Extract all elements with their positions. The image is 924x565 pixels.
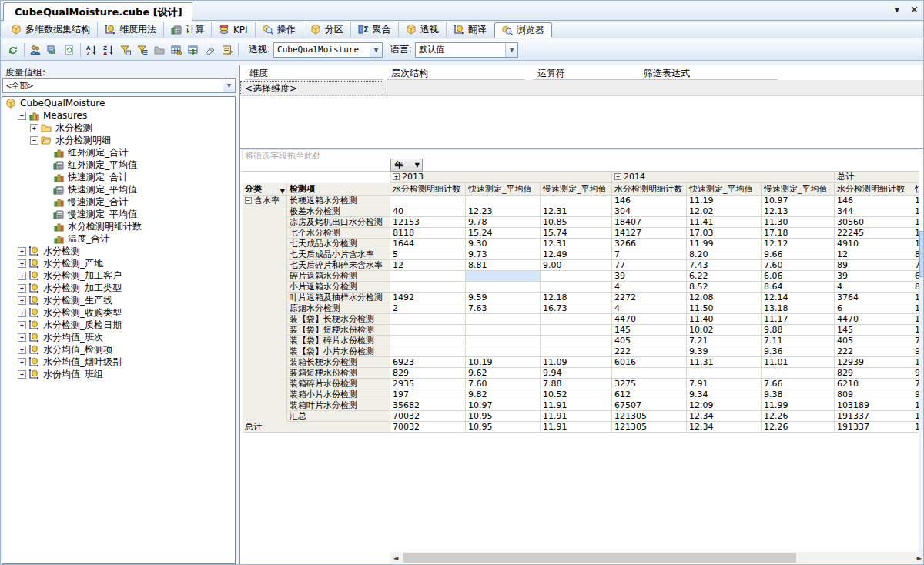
data-cell[interactable]: 8.52 [687,282,762,293]
data-cell[interactable] [541,314,612,325]
tree-item[interactable]: −水分检测明细 [2,134,235,146]
clear-results-button[interactable] [202,42,219,59]
expand-icon[interactable]: + [18,247,26,256]
data-cell[interactable]: 15.74 [541,228,612,239]
data-cell[interactable]: 10.52 [541,389,612,400]
data-cell[interactable]: 6210 [835,379,912,389]
data-cell[interactable]: 7.88 [541,379,612,389]
grand-total-cell[interactable]: 12.26 [762,422,835,433]
tree-item[interactable]: +水分检测_加工客户 [2,269,235,282]
item-label-cell[interactable]: 原烟水分检测 [287,303,390,314]
data-cell[interactable]: 4470 [835,314,912,325]
language-combobox[interactable]: 默认值▼ [415,42,518,58]
expand-icon[interactable]: + [393,173,400,180]
expand-icon[interactable]: + [18,358,26,366]
tab-dimension-usage[interactable]: 维度用法 [98,22,164,38]
item-label-cell[interactable]: 凉房及烤机出口水分检测 [287,217,390,228]
item-label-cell[interactable]: 装【袋】长梗水分检测 [287,314,390,325]
data-cell[interactable]: 829 [390,368,466,379]
measure-column-header[interactable]: 快速测定_平均值 [687,183,762,196]
data-cell[interactable]: 103189 [835,400,912,411]
data-cell[interactable]: 11.17 [762,314,835,325]
data-cell[interactable]: 4910 [835,239,912,249]
folder-disabled-button[interactable] [151,42,168,59]
data-cell[interactable] [466,325,541,336]
expand-icon[interactable]: + [18,321,26,329]
properties-button[interactable] [219,42,236,59]
item-label-cell[interactable]: 装【袋】碎片水份检测 [287,336,390,346]
item-label-cell[interactable]: 装箱碎片水份检测 [287,379,390,389]
data-cell[interactable]: 6 [835,303,912,314]
data-cell[interactable]: 829 [835,368,912,379]
data-cell[interactable]: 1644 [390,239,466,249]
data-cell[interactable]: 70032 [390,411,466,422]
tab-aggregations[interactable]: Σ聚合 [351,22,399,38]
data-cell[interactable]: 222 [835,346,912,357]
data-cell[interactable]: 4 [835,282,912,293]
expand-icon[interactable]: + [614,173,621,180]
data-cell[interactable]: 40 [390,206,466,217]
horizontal-scrollbar-thumb[interactable] [403,553,796,563]
data-cell[interactable]: 191337 [835,411,912,422]
tree-item[interactable]: 快速测定_平均值 [2,183,235,196]
grand-total-cell[interactable]: 191337 [835,422,912,433]
data-cell[interactable]: 12.14 [762,293,835,303]
data-cell[interactable]: 7.43 [687,260,762,271]
tab-partitions[interactable]: 分区 [303,22,351,38]
data-cell[interactable]: 4470 [612,314,687,325]
data-cell[interactable]: 11.41 [687,217,762,228]
data-cell[interactable] [466,271,541,282]
data-cell[interactable]: 11.91 [541,411,612,422]
data-cell[interactable] [390,314,466,325]
chevron-down-icon[interactable]: ▼ [223,79,235,92]
data-cell[interactable]: 8.81 [466,260,541,271]
tab-kpi[interactable]: KPI [212,22,256,38]
item-label-cell[interactable]: 装【袋】小片水份检测 [287,346,390,357]
data-cell[interactable]: 145 [612,325,687,336]
data-cell[interactable] [390,336,466,346]
tree-item[interactable]: 水分检测明细计数 [2,220,235,232]
data-cell[interactable]: 222 [612,346,687,357]
filter-column-header[interactable]: 层次结构 [387,65,525,80]
data-cell[interactable]: 121305 [612,411,687,422]
data-cell[interactable]: 7 [612,249,687,260]
item-label-cell[interactable]: 装箱长梗水分检测 [287,357,390,368]
tree-item[interactable]: 温度_合计 [2,232,235,245]
data-cell[interactable]: 9.00 [541,260,612,271]
item-label-cell[interactable]: 汇总 [287,411,390,422]
data-cell[interactable]: 7.91 [687,379,762,389]
expand-icon[interactable]: + [18,272,26,280]
sort-ascending-button[interactable]: AZ [83,42,100,59]
tree-item[interactable]: +水分检测_加工类型 [2,282,235,294]
tree-item[interactable]: +水分检测_收购类型 [2,306,235,319]
process-button[interactable] [44,42,61,59]
data-cell[interactable]: 22245 [835,228,912,239]
measure-column-header[interactable]: 快速测定_平均值 [912,183,919,196]
expand-icon[interactable]: + [18,309,26,317]
data-cell[interactable]: 8.64 [762,282,835,293]
drillthrough-button[interactable] [185,42,202,59]
data-cell[interactable]: 9.38 [762,389,835,400]
data-cell[interactable]: 11.99 [687,239,762,249]
data-cell[interactable]: 12.34 [687,411,762,422]
data-cell[interactable]: 18407 [612,217,687,228]
item-label-cell[interactable]: 叶片返箱及抽样水分检测 [287,293,390,303]
data-cell[interactable]: 9.66 [762,249,835,260]
collapse-icon[interactable]: − [245,197,252,204]
data-cell[interactable]: 809 [835,389,912,400]
data-cell[interactable]: 2 [390,303,466,314]
chevron-down-icon[interactable]: ▼ [370,43,382,57]
data-cell[interactable]: 12.09 [687,400,762,411]
data-cell[interactable]: 9.62 [466,368,541,379]
data-cell[interactable]: 2272 [612,293,687,303]
data-cell[interactable]: 9.82 [466,389,541,400]
tree-item[interactable]: 慢速测定_平均值 [2,208,235,220]
data-cell[interactable]: 10.95 [466,411,541,422]
data-cell[interactable]: 197 [390,389,466,400]
tree-item[interactable]: 慢速测定_合计 [2,196,235,208]
data-cell[interactable] [687,368,762,379]
expand-icon[interactable]: + [18,259,26,268]
data-cell[interactable]: 30560 [835,217,912,228]
data-cell[interactable]: 89 [835,260,912,271]
tree-item[interactable]: 红外测定_合计 [2,146,235,159]
